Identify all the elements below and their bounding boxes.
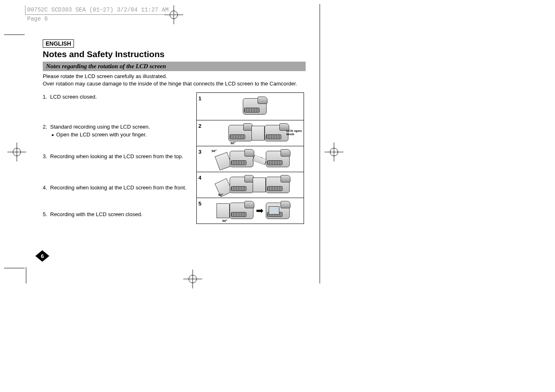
knob-label: LCD open knob <box>286 129 303 136</box>
item-text: LCD screen closed. <box>50 94 97 100</box>
crop-mark <box>26 267 26 284</box>
camcorder-icon <box>266 151 290 167</box>
list-item: 4. Recording when looking at the LCD scr… <box>43 184 191 191</box>
item-text: Recording with the LCD screen closed. <box>50 211 143 217</box>
diagram-image <box>206 93 304 120</box>
diagram-panel: 1 2 ➡ 90° LCD open knob <box>196 92 304 224</box>
arrow-right-icon: ➡ <box>256 203 263 219</box>
diagram-number: 5 <box>197 198 206 207</box>
diagram-image: ➡ 90° <box>206 172 304 198</box>
diagram-image: ➡ 90° LCD open knob <box>206 120 304 146</box>
diagram-number: 1 <box>197 93 206 101</box>
page-title: Notes and Safety Instructions <box>43 49 306 59</box>
angle-label: 90° <box>218 194 223 197</box>
crop-mark <box>4 268 25 268</box>
intro-text: Please rotate the LCD screen carefully a… <box>43 73 306 88</box>
camcorder-icon <box>265 125 288 141</box>
item-text: Recording when looking at the LCD screen… <box>50 184 187 191</box>
language-badge: ENGLISH <box>43 39 74 48</box>
camcorder-icon <box>228 125 252 141</box>
intro-line: Over rotation may cause damage to the in… <box>43 81 297 87</box>
list-item: 1. LCD screen closed. <box>43 93 191 100</box>
crop-mark <box>4 35 25 35</box>
section-subhead: Notes regarding the rotation of the LCD … <box>43 62 306 71</box>
diagram-number: 2 <box>197 120 206 129</box>
item-number: 3. <box>43 153 47 159</box>
diagram-row: 5 ➡ 90° <box>197 198 304 224</box>
column-separator <box>320 4 320 284</box>
manual-page: 00752C SCD303 SEA (01~27) 3/2/04 11:27 A… <box>0 0 555 392</box>
content-area: ENGLISH Notes and Safety Instructions No… <box>43 39 306 97</box>
diagram-image: ➡ 90° <box>206 146 304 172</box>
diagram-row: 3 ➡ 90° <box>197 146 304 172</box>
registration-mark-icon <box>187 274 198 284</box>
item-number: 4. <box>43 184 47 191</box>
list-item: 3. Recording when looking at the LCD scr… <box>43 153 191 160</box>
page-number: 6 <box>35 250 49 262</box>
intro-line: Please rotate the LCD screen carefully a… <box>43 73 167 79</box>
angle-label: 90° <box>230 142 235 145</box>
registration-mark-icon <box>12 147 22 157</box>
item-sub-bullet: Open the LCD screen with your finger. <box>52 131 191 138</box>
camcorder-icon <box>266 203 290 219</box>
item-number: 5. <box>43 211 47 217</box>
list-item: 2. Standard recording using the LCD scre… <box>43 123 191 138</box>
diagram-row: 1 <box>197 93 304 120</box>
page-number-badge: 6 <box>35 250 49 262</box>
diagram-image: ➡ 90° <box>206 198 304 224</box>
item-text: Standard recording using the LCD screen. <box>50 124 150 130</box>
camcorder-icon <box>230 203 253 219</box>
diagram-row: 2 ➡ 90° LCD open knob <box>197 120 304 146</box>
camcorder-icon <box>266 177 290 193</box>
diagram-row: 4 ➡ 90° <box>197 172 304 198</box>
list-item: 5. Recording with the LCD screen closed. <box>43 211 191 218</box>
registration-mark-icon <box>329 147 339 157</box>
item-number: 2. <box>43 124 47 130</box>
camcorder-icon <box>243 98 267 115</box>
item-text: Recording when looking at the LCD screen… <box>50 153 183 159</box>
diagram-number: 3 <box>197 146 206 155</box>
print-slug: 00752C SCD303 SEA (01~27) 3/2/04 11:27 A… <box>25 5 175 15</box>
item-number: 1. <box>43 94 47 100</box>
camcorder-icon <box>230 151 253 167</box>
camcorder-icon <box>230 177 253 193</box>
angle-label: 90° <box>212 150 216 153</box>
angle-label: 90° <box>222 219 227 223</box>
diagram-number: 4 <box>197 172 206 181</box>
